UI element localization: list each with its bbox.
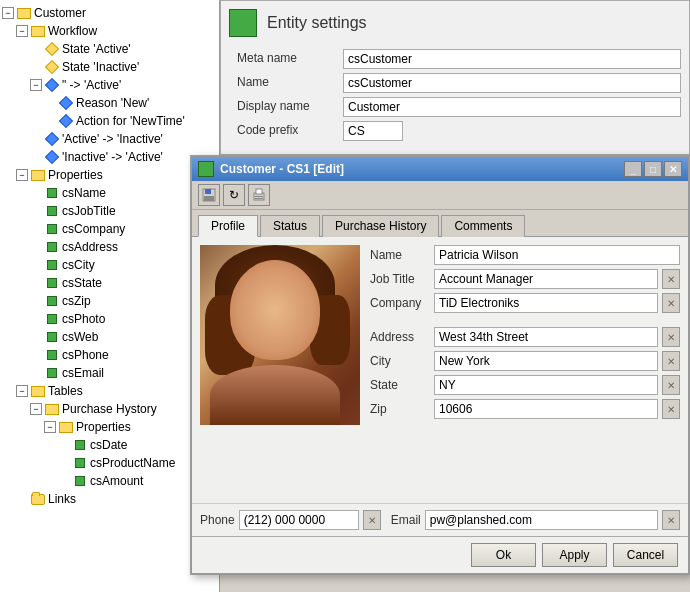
dialog-close-button[interactable]: ✕ bbox=[664, 161, 682, 177]
tree-item-csProductName[interactable]: csProductName bbox=[0, 454, 219, 472]
diamond-blue-icon bbox=[58, 95, 74, 111]
entity-header: Entity settings bbox=[229, 9, 681, 37]
company-input[interactable] bbox=[434, 293, 658, 313]
tree-item-csJobTitle[interactable]: csJobTitle bbox=[0, 202, 219, 220]
dialog-title: Customer - CS1 [Edit] bbox=[220, 162, 622, 176]
email-clear-button[interactable]: ✕ bbox=[662, 510, 680, 530]
tree-item-csZip[interactable]: csZip bbox=[0, 292, 219, 310]
tree-item-reason-new[interactable]: Reason 'New' bbox=[0, 94, 219, 112]
address-clear-button[interactable]: ✕ bbox=[662, 327, 680, 347]
green-square-icon bbox=[44, 239, 60, 255]
tab-profile[interactable]: Profile bbox=[198, 215, 258, 237]
tree-item-arrow-active[interactable]: −" -> 'Active' bbox=[0, 76, 219, 94]
tree-item-purchase-history[interactable]: −Purchase Hystory bbox=[0, 400, 219, 418]
tree-label-arrow-active: " -> 'Active' bbox=[62, 78, 121, 92]
tree-item-csEmail[interactable]: csEmail bbox=[0, 364, 219, 382]
display-name-input[interactable] bbox=[343, 97, 681, 117]
apply-button[interactable]: Apply bbox=[542, 543, 607, 567]
svg-rect-6 bbox=[255, 198, 263, 199]
phone-input[interactable] bbox=[239, 510, 359, 530]
tree-item-csAmount[interactable]: csAmount bbox=[0, 472, 219, 490]
job-title-input[interactable] bbox=[434, 269, 658, 289]
toolbar-print-button[interactable] bbox=[248, 184, 270, 206]
zip-input[interactable] bbox=[434, 399, 658, 419]
tree-item-customer[interactable]: −Customer bbox=[0, 4, 219, 22]
toolbar-refresh-button[interactable]: ↻ bbox=[223, 184, 245, 206]
green-square-icon bbox=[44, 347, 60, 363]
tree-item-state-inactive[interactable]: State 'Inactive' bbox=[0, 58, 219, 76]
tree-label-csCompany: csCompany bbox=[62, 222, 125, 236]
tab-comments[interactable]: Comments bbox=[441, 215, 525, 237]
name-field-input[interactable] bbox=[434, 245, 680, 265]
cancel-button[interactable]: Cancel bbox=[613, 543, 678, 567]
tree-expander-purchase-history[interactable]: − bbox=[30, 403, 42, 415]
company-clear-button[interactable]: ✕ bbox=[662, 293, 680, 313]
tree-expander-customer[interactable]: − bbox=[2, 7, 14, 19]
phone-label: Phone bbox=[200, 513, 235, 527]
toolbar-save-button[interactable] bbox=[198, 184, 220, 206]
tree-label-workflow: Workflow bbox=[48, 24, 97, 38]
tree-item-state-active[interactable]: State 'Active' bbox=[0, 40, 219, 58]
refresh-icon: ↻ bbox=[229, 188, 239, 202]
tree-label-links: Links bbox=[48, 492, 76, 506]
tree-item-properties[interactable]: −Properties bbox=[0, 166, 219, 184]
tree-expander-props2[interactable]: − bbox=[44, 421, 56, 433]
dialog-minimize-button[interactable]: _ bbox=[624, 161, 642, 177]
city-input[interactable] bbox=[434, 351, 658, 371]
tree-label-csAddress: csAddress bbox=[62, 240, 118, 254]
tree-item-csCity[interactable]: csCity bbox=[0, 256, 219, 274]
tree-item-csPhone[interactable]: csPhone bbox=[0, 346, 219, 364]
tree-label-action-newtime: Action for 'NewTime' bbox=[76, 114, 185, 128]
tree-item-inactive-active[interactable]: 'Inactive' -> 'Active' bbox=[0, 148, 219, 166]
tab-purchase-history[interactable]: Purchase History bbox=[322, 215, 439, 237]
green-square-icon bbox=[72, 455, 88, 471]
zip-clear-button[interactable]: ✕ bbox=[662, 399, 680, 419]
tree-item-tables[interactable]: −Tables bbox=[0, 382, 219, 400]
phone-clear-button[interactable]: ✕ bbox=[363, 510, 381, 530]
tree-item-workflow[interactable]: −Workflow bbox=[0, 22, 219, 40]
tree-item-csName[interactable]: csName bbox=[0, 184, 219, 202]
tree-item-csPhoto[interactable]: csPhoto bbox=[0, 310, 219, 328]
address-input[interactable] bbox=[434, 327, 658, 347]
tree-item-props2[interactable]: −Properties bbox=[0, 418, 219, 436]
tree-label-csPhoto: csPhoto bbox=[62, 312, 105, 326]
state-clear-button[interactable]: ✕ bbox=[662, 375, 680, 395]
tree-expander-tables[interactable]: − bbox=[16, 385, 28, 397]
name-field-label: Name bbox=[370, 248, 430, 262]
name-input[interactable] bbox=[343, 73, 681, 93]
tree-panel: −Customer−WorkflowState 'Active'State 'I… bbox=[0, 0, 220, 592]
city-clear-button[interactable]: ✕ bbox=[662, 351, 680, 371]
tree-expander-workflow[interactable]: − bbox=[16, 25, 28, 37]
tree-item-csState[interactable]: csState bbox=[0, 274, 219, 292]
tree-item-csAddress[interactable]: csAddress bbox=[0, 238, 219, 256]
tree-item-action-newtime[interactable]: Action for 'NewTime' bbox=[0, 112, 219, 130]
job-title-clear-button[interactable]: ✕ bbox=[662, 269, 680, 289]
green-square-icon bbox=[72, 437, 88, 453]
tree-expander-arrow-active[interactable]: − bbox=[30, 79, 42, 91]
tree-item-csDate[interactable]: csDate bbox=[0, 436, 219, 454]
company-row: Company ✕ bbox=[370, 293, 680, 313]
tree-item-links[interactable]: Links bbox=[0, 490, 219, 508]
green-square-icon bbox=[44, 275, 60, 291]
tree-item-csWeb[interactable]: csWeb bbox=[0, 328, 219, 346]
tree-item-active-inactive[interactable]: 'Active' -> 'Inactive' bbox=[0, 130, 219, 148]
email-label: Email bbox=[391, 513, 421, 527]
state-input[interactable] bbox=[434, 375, 658, 395]
dialog-title-icon bbox=[198, 161, 214, 177]
tree-label-customer: Customer bbox=[34, 6, 86, 20]
code-prefix-input[interactable] bbox=[343, 121, 403, 141]
dialog-maximize-button[interactable]: □ bbox=[644, 161, 662, 177]
svg-rect-1 bbox=[205, 189, 211, 194]
tree-label-csAmount: csAmount bbox=[90, 474, 143, 488]
diamond-blue-icon bbox=[44, 149, 60, 165]
tree-item-csCompany[interactable]: csCompany bbox=[0, 220, 219, 238]
tree-expander-properties[interactable]: − bbox=[16, 169, 28, 181]
tree-label-purchase-history: Purchase Hystory bbox=[62, 402, 157, 416]
meta-name-input[interactable] bbox=[343, 49, 681, 69]
tree-label-tables: Tables bbox=[48, 384, 83, 398]
tree-label-csEmail: csEmail bbox=[62, 366, 104, 380]
tab-status[interactable]: Status bbox=[260, 215, 320, 237]
phone-email-row: Phone ✕ Email ✕ bbox=[192, 503, 688, 536]
ok-button[interactable]: Ok bbox=[471, 543, 536, 567]
email-input[interactable] bbox=[425, 510, 658, 530]
